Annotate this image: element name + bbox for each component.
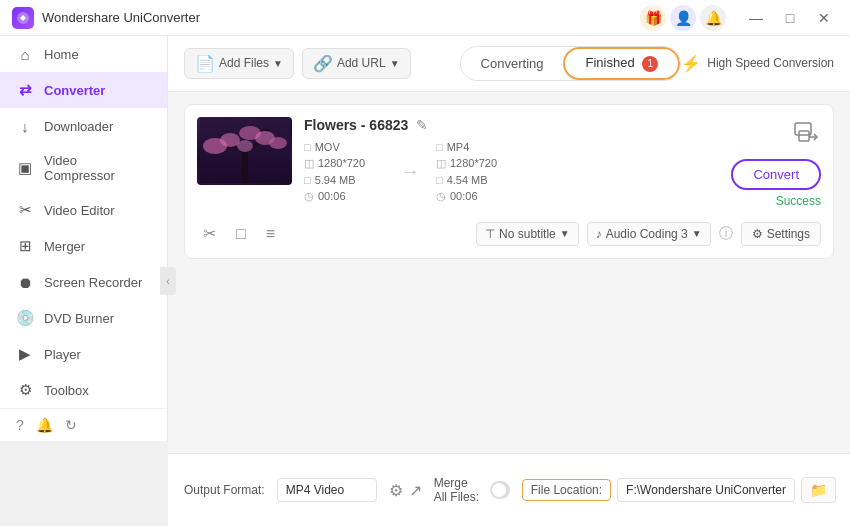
maximize-button[interactable]: □: [776, 7, 804, 29]
sidebar-item-player[interactable]: ▶ Player: [0, 336, 167, 372]
profile-icon[interactable]: 👤: [670, 5, 696, 31]
convert-button[interactable]: Convert: [731, 159, 821, 190]
file-location-label: File Location:: [522, 479, 611, 501]
settings-button[interactable]: ⚙ Settings: [741, 222, 821, 246]
converter-icon: ⇄: [16, 81, 34, 99]
downloader-icon: ↓: [16, 117, 34, 135]
home-icon: ⌂: [16, 45, 34, 63]
crop-tool-icon[interactable]: □: [230, 223, 252, 245]
subtitle-value: No subtitle: [499, 227, 556, 241]
close-button[interactable]: ✕: [810, 7, 838, 29]
sidebar-item-video-compressor[interactable]: ▣ Video Compressor: [0, 144, 167, 192]
svg-point-7: [269, 137, 287, 149]
subtitle-chevron: ▼: [560, 228, 570, 239]
sidebar-item-screen-recorder[interactable]: ⏺ Screen Recorder: [0, 264, 167, 300]
sidebar-item-toolbox[interactable]: ⚙ Toolbox: [0, 372, 167, 408]
source-resolution: 1280*720: [318, 157, 365, 169]
sidebar-item-converter[interactable]: ⇄ Converter: [0, 72, 167, 108]
sidebar-bell-icon[interactable]: 🔔: [36, 417, 53, 433]
target-size: 4.54 MB: [447, 174, 488, 186]
file-location-section: File Location: F:\Wondershare UniConvert…: [522, 477, 836, 503]
sidebar-item-video-editor[interactable]: ✂ Video Editor: [0, 192, 167, 228]
source-duration: 00:06: [318, 190, 346, 202]
convert-type-icon[interactable]: [791, 117, 821, 153]
title-bar: Wondershare UniConverter 🎁 👤 🔔 — □ ✕: [0, 0, 850, 36]
video-editor-icon: ✂: [16, 201, 34, 219]
bottom-bar: Output Format: MP4 Video ⚙ ↗ Merge All F…: [168, 453, 850, 526]
tab-finished[interactable]: Finished 1: [563, 47, 680, 80]
window-controls: — □ ✕: [742, 7, 838, 29]
effects-tool-icon[interactable]: ≡: [260, 223, 281, 245]
duration-icon: ◷: [304, 190, 314, 203]
sidebar-label-toolbox: Toolbox: [44, 383, 89, 398]
file-card: Flowers - 66823 ✎ □ MOV: [184, 104, 834, 259]
player-icon: ▶: [16, 345, 34, 363]
audio-dropdown[interactable]: ♪ Audio Coding 3 ▼: [587, 222, 711, 246]
thumb-inner: [197, 117, 292, 185]
speed-icon: ⚡: [681, 54, 701, 73]
video-compressor-icon: ▣: [16, 159, 34, 177]
size-icon: □: [304, 174, 311, 186]
target-format: MP4: [447, 141, 470, 153]
sidebar-label-player: Player: [44, 347, 81, 362]
browse-folder-button[interactable]: 📁: [801, 477, 836, 503]
target-resolution: 1280*720: [450, 157, 497, 169]
format-icons: ⚙ ↗: [389, 481, 422, 500]
add-url-icon: 🔗: [313, 54, 333, 73]
sidebar-label-video-editor: Video Editor: [44, 203, 115, 218]
resolution-icon: ◫: [304, 157, 314, 170]
gift-icon[interactable]: 🎁: [640, 5, 666, 31]
add-files-button[interactable]: 📄 Add Files ▼: [184, 48, 294, 79]
tab-converting[interactable]: Converting: [461, 47, 564, 80]
target-duration-item: ◷ 00:06: [436, 190, 516, 203]
sidebar-item-downloader[interactable]: ↓ Downloader: [0, 108, 167, 144]
merge-toggle[interactable]: [490, 481, 510, 499]
source-format-item: □ MOV: [304, 141, 384, 153]
sidebar-collapse-button[interactable]: ‹: [160, 267, 176, 295]
merger-icon: ⊞: [16, 237, 34, 255]
sidebar-item-merger[interactable]: ⊞ Merger: [0, 228, 167, 264]
svg-point-8: [237, 140, 253, 152]
target-size-icon: □: [436, 174, 443, 186]
source-resolution-item: ◫ 1280*720: [304, 157, 384, 170]
file-name: Flowers - 66823: [304, 117, 408, 133]
conversion-arrow-icon: →: [400, 160, 420, 183]
svg-rect-2: [242, 153, 248, 183]
high-speed-label: High Speed Conversion: [707, 56, 834, 70]
add-url-chevron: ▼: [390, 58, 400, 69]
toolbar-left: 📄 Add Files ▼ 🔗 Add URL ▼: [184, 48, 460, 79]
sidebar-item-home[interactable]: ⌂ Home: [0, 36, 167, 72]
tab-converting-label: Converting: [481, 56, 544, 71]
convert-button-label: Convert: [753, 167, 799, 182]
edit-name-icon[interactable]: ✎: [416, 117, 428, 133]
settings-label: Settings: [767, 227, 810, 241]
output-format-select[interactable]: MP4 Video: [277, 478, 377, 502]
sidebar-label-dvd-burner: DVD Burner: [44, 311, 114, 326]
cut-tool-icon[interactable]: ✂: [197, 222, 222, 245]
sync-icon[interactable]: ↻: [65, 417, 77, 433]
app-logo: [12, 7, 34, 29]
target-resolution-item: ◫ 1280*720: [436, 157, 516, 170]
add-files-label: Add Files: [219, 56, 269, 70]
merge-label: Merge All Files:: [434, 476, 482, 504]
file-card-top: Flowers - 66823 ✎ □ MOV: [197, 117, 821, 208]
audio-icon: ♪: [596, 227, 602, 241]
target-meta: □ MP4 ◫ 1280*720 □ 4.54 MB: [436, 141, 516, 203]
add-url-button[interactable]: 🔗 Add URL ▼: [302, 48, 411, 79]
svg-point-4: [220, 133, 240, 147]
source-size: 5.94 MB: [315, 174, 356, 186]
sidebar-label-home: Home: [44, 47, 79, 62]
format-settings-icon[interactable]: ⚙: [389, 481, 403, 500]
file-info: Flowers - 66823 ✎ □ MOV: [304, 117, 719, 203]
tab-finished-label: Finished: [585, 55, 634, 70]
help-icon[interactable]: ?: [16, 417, 24, 433]
minimize-button[interactable]: —: [742, 7, 770, 29]
app-title: Wondershare UniConverter: [42, 10, 640, 25]
info-icon[interactable]: ⓘ: [719, 225, 733, 243]
format-info-icon[interactable]: ↗: [409, 481, 422, 500]
audio-chevron: ▼: [692, 228, 702, 239]
subtitle-dropdown[interactable]: ⊤ No subtitle ▼: [476, 222, 579, 246]
notification-icon[interactable]: 🔔: [700, 5, 726, 31]
target-format-item: □ MP4: [436, 141, 516, 153]
sidebar-item-dvd-burner[interactable]: 💿 DVD Burner: [0, 300, 167, 336]
